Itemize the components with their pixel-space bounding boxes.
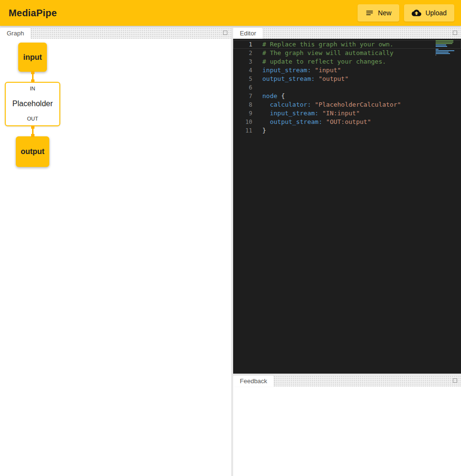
line-code: input_stream: "input": [252, 66, 341, 75]
line-code: input_stream: "IN:input": [252, 109, 360, 118]
line-number: 5: [233, 75, 252, 83]
minimap-line: [436, 46, 447, 47]
line-number: 8: [233, 100, 252, 109]
line-code: output_stream: "OUT:output": [252, 118, 371, 126]
tab-graph-label: Graph: [7, 30, 24, 37]
placeholder-node-label: Placeholder: [12, 100, 53, 108]
editor-line: 7node {: [233, 92, 461, 100]
editor-tab-strip: Editor: [233, 28, 461, 39]
line-code: }: [252, 126, 266, 135]
minimap-line: [436, 55, 436, 55]
maximize-icon-feedback[interactable]: [453, 378, 457, 383]
line-number: 6: [233, 83, 252, 92]
line-code: node {: [252, 92, 285, 100]
notes-icon: [365, 9, 374, 17]
app-title: MediaPipe: [9, 8, 353, 19]
maximize-icon-graph[interactable]: [223, 31, 227, 35]
placeholder-node[interactable]: IN Placeholder OUT: [5, 82, 60, 126]
line-number: 3: [233, 57, 252, 66]
editor-lines: 1# Replace this graph with your own.2# T…: [233, 40, 461, 135]
minimap-line: [436, 52, 449, 53]
upload-button-label: Upload: [426, 9, 447, 17]
edge-input-placeholder: [31, 72, 34, 82]
out-port-label: OUT: [27, 116, 38, 122]
line-code: output_stream: "output": [252, 75, 349, 83]
tab-graph[interactable]: Graph: [0, 28, 31, 39]
graph-canvas[interactable]: input IN Placeholder OUT output: [0, 39, 231, 476]
new-button-label: New: [378, 9, 392, 17]
connector-port-top: [31, 125, 34, 129]
maximize-icon-editor[interactable]: [453, 31, 457, 35]
tab-feedback[interactable]: Feedback: [233, 376, 274, 387]
right-column: Editor 1# Replace this graph with your o…: [233, 28, 461, 476]
editor-minimap[interactable]: [436, 40, 455, 56]
minimap-line: [436, 40, 453, 41]
cloud-upload-icon: [412, 8, 421, 18]
editor-line: 5output_stream: "output": [233, 75, 461, 83]
line-number: 7: [233, 92, 252, 100]
line-code: # update to reflect your changes.: [252, 57, 386, 66]
line-number: 10: [233, 118, 252, 126]
line-number: 11: [233, 126, 252, 135]
feedback-tab-strip: Feedback: [233, 376, 461, 387]
line-number: 9: [233, 109, 252, 118]
app-header: MediaPipe New Upload: [0, 0, 461, 26]
minimap-line: [436, 49, 439, 50]
edge-placeholder-output: [31, 126, 34, 136]
editor-line: 3# update to reflect your changes.: [233, 57, 461, 66]
feedback-panel: Feedback: [233, 376, 461, 476]
editor-line: 2# The graph view will automatically: [233, 49, 461, 57]
upload-button[interactable]: Upload: [404, 4, 454, 22]
new-button[interactable]: New: [358, 4, 399, 22]
graph-column: input IN Placeholder OUT output: [5, 43, 60, 167]
output-node[interactable]: output: [16, 136, 49, 167]
editor-line: 8 calculator: "PlaceholderCalculator": [233, 100, 461, 109]
minimap-line: [436, 44, 446, 45]
connector-port-top: [31, 71, 34, 74]
line-code: [252, 83, 266, 92]
line-number: 1: [233, 40, 252, 49]
tab-editor-label: Editor: [240, 30, 256, 37]
graph-panel: Graph input IN Placeholder OUT: [0, 28, 231, 476]
minimap-line: [436, 53, 450, 54]
workspace: Graph input IN Placeholder OUT: [0, 26, 461, 476]
input-node[interactable]: input: [18, 43, 47, 72]
in-port-label: IN: [30, 86, 35, 91]
line-code: calculator: "PlaceholderCalculator": [252, 100, 401, 109]
editor-panel: Editor 1# Replace this graph with your o…: [233, 28, 461, 374]
line-code: # The graph view will automatically: [252, 49, 394, 57]
editor-line: 9 input_stream: "IN:input": [233, 109, 461, 118]
minimap-line: [436, 43, 452, 44]
editor-line: 10 output_stream: "OUT:output": [233, 118, 461, 126]
editor-line: 4input_stream: "input": [233, 66, 461, 75]
graph-tab-strip: Graph: [0, 28, 231, 39]
editor-line: 1# Replace this graph with your own.: [233, 40, 461, 49]
minimap-line: [436, 42, 453, 43]
line-number: 2: [233, 49, 252, 57]
editor-line: 11}: [233, 126, 461, 135]
connector-port-bottom: [31, 134, 34, 137]
line-number: 4: [233, 66, 252, 75]
connector-port-bottom: [31, 79, 34, 83]
feedback-content: [233, 387, 461, 476]
tab-feedback-label: Feedback: [240, 377, 267, 385]
minimap-line: [436, 50, 454, 51]
editor-line: 6: [233, 83, 461, 92]
tab-editor[interactable]: Editor: [233, 28, 263, 39]
line-code: # Replace this graph with your own.: [252, 40, 394, 49]
code-editor[interactable]: 1# Replace this graph with your own.2# T…: [233, 39, 461, 374]
